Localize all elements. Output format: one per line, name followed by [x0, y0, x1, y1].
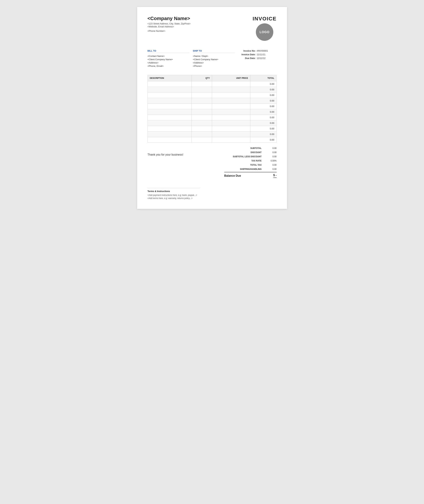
due-date-label: Due Date:	[238, 57, 256, 59]
table-cell	[192, 81, 212, 87]
company-name: <Company Name>	[148, 16, 191, 21]
table-cell: 0.00	[250, 115, 276, 120]
table-cell	[148, 81, 192, 87]
company-phone: <Phone Number>	[148, 30, 191, 32]
balance-amount: -	[275, 174, 276, 177]
shipping-handling-row: SHIPPING/HANDLING 0.00	[224, 167, 277, 171]
table-cell: 0.00	[250, 131, 276, 137]
shipping-handling-value: 0.00	[264, 168, 277, 170]
bill-to-label: BILL TO	[148, 50, 189, 53]
header-unit-price: UNIT PRICE	[212, 75, 250, 81]
table-cell	[148, 137, 192, 143]
ship-to-label: SHIP TO	[193, 50, 235, 53]
bottom-section: Thank you for your business! SUBTOTAL 0.…	[148, 146, 277, 179]
ship-to-address: <Address>	[193, 61, 235, 64]
bill-to-contact: <Contact Name>	[148, 55, 189, 57]
table-row: 0.00	[148, 104, 276, 109]
table-cell	[148, 120, 192, 126]
table-cell	[212, 120, 250, 126]
table-cell	[192, 120, 212, 126]
discount-label: DISCOUNT	[224, 151, 264, 154]
table-cell	[192, 109, 212, 115]
invoice-date-row: Invoice Date: 11/11/11	[238, 53, 277, 56]
tax-rate-label: TAX RATE	[224, 160, 264, 162]
table-cell: 0.00	[250, 104, 276, 109]
total-tax-row: TOTAL TAX 0.00	[224, 163, 277, 167]
table-header-row: DESCRIPTION QTY UNIT PRICE TOTAL	[148, 75, 276, 81]
table-cell	[212, 98, 250, 104]
discount-row: DISCOUNT 0.00	[224, 150, 277, 155]
table-cell	[148, 115, 192, 120]
table-cell: 0.00	[250, 93, 276, 98]
table-cell	[212, 137, 250, 143]
total-tax-value: 0.00	[264, 164, 277, 166]
table-row: 0.00	[148, 126, 276, 131]
discount-value: 0.00	[264, 151, 277, 154]
ship-to-section: SHIP TO <Name / Dept> <Client Company Na…	[193, 50, 235, 68]
header-total: TOTAL	[250, 75, 276, 81]
subtotal-less-discount-row: SUBTOTAL LESS DISCOUNT 0.00	[224, 155, 277, 159]
shipping-handling-label: SHIPPING/HANDLING	[224, 168, 264, 170]
table-cell	[148, 109, 192, 115]
subtotal-less-discount-value: 0.00	[264, 156, 277, 158]
bill-to-address: <Address>	[148, 61, 189, 64]
total-tax-label: TOTAL TAX	[224, 164, 264, 166]
table-cell	[212, 131, 250, 137]
table-cell	[148, 131, 192, 137]
table-cell	[212, 81, 250, 87]
table-cell: 0.00	[250, 120, 276, 126]
table-cell	[192, 87, 212, 93]
company-website: <Website, Email Address>	[148, 25, 191, 28]
table-cell	[148, 98, 192, 104]
invoice-no-row: Invoice No: #INV00001	[238, 50, 277, 52]
table-cell: 0.00	[250, 126, 276, 131]
invoice-no-value: #INV00001	[257, 50, 268, 52]
table-cell	[192, 137, 212, 143]
table-cell	[192, 104, 212, 109]
table-cell	[212, 115, 250, 120]
table-cell	[192, 126, 212, 131]
table-row: 0.00	[148, 120, 276, 126]
totals-section: SUBTOTAL 0.00 DISCOUNT 0.00 SUBTOTAL LES…	[224, 146, 277, 179]
table-cell	[192, 98, 212, 104]
company-info: <Company Name> <123 Street Address, City…	[148, 16, 191, 32]
table-row: 0.00	[148, 93, 276, 98]
balance-due-value: $ -	[273, 174, 277, 178]
subtotal-row: SUBTOTAL 0.00	[224, 146, 277, 150]
table-cell	[148, 93, 192, 98]
items-table: DESCRIPTION QTY UNIT PRICE TOTAL 0.000.0…	[148, 75, 277, 143]
subtotal-less-discount-label: SUBTOTAL LESS DISCOUNT	[224, 156, 264, 158]
bill-to-phone-email: <Phone, Email>	[148, 65, 189, 67]
invoice-no-label: Invoice No:	[238, 50, 256, 52]
invoice-title: INVOICE	[253, 16, 276, 22]
table-cell	[212, 126, 250, 131]
table-row: 0.00	[148, 137, 276, 143]
balance-due-row: Balance Due $ -	[224, 172, 277, 179]
table-cell: 0.00	[250, 109, 276, 115]
table-cell	[192, 93, 212, 98]
table-cell	[192, 131, 212, 137]
invoice-date-value: 11/11/11	[257, 53, 266, 56]
ship-to-name-dept: <Name / Dept>	[193, 55, 235, 57]
tax-rate-row: TAX RATE 0.00%	[224, 159, 277, 163]
invoice-date-label: Invoice Date:	[238, 53, 256, 56]
table-cell	[212, 93, 250, 98]
balance-due-label: Balance Due	[224, 174, 241, 177]
table-row: 0.00	[148, 115, 276, 120]
due-date-row: Due Date: 12/12/12	[238, 57, 277, 59]
table-cell: 0.00	[250, 137, 276, 143]
thank-you-message: Thank you for your business!	[148, 153, 183, 156]
company-address: <123 Street Address, City, State, Zip/Po…	[148, 22, 191, 25]
table-cell: 0.00	[250, 81, 276, 87]
subtotal-label: SUBTOTAL	[224, 147, 264, 149]
due-date-value: 12/12/12	[257, 57, 266, 59]
table-cell	[212, 104, 250, 109]
header-section: <Company Name> <123 Street Address, City…	[148, 16, 277, 41]
table-row: 0.00	[148, 98, 276, 104]
header-right: INVOICE LOGO	[253, 16, 276, 41]
header-qty: QTY	[192, 75, 212, 81]
table-cell	[192, 115, 212, 120]
balance-currency: $	[273, 174, 275, 177]
terms-section: Terms & Instructions <Add payment instru…	[148, 188, 200, 200]
terms-title: Terms & Instructions	[148, 190, 200, 193]
